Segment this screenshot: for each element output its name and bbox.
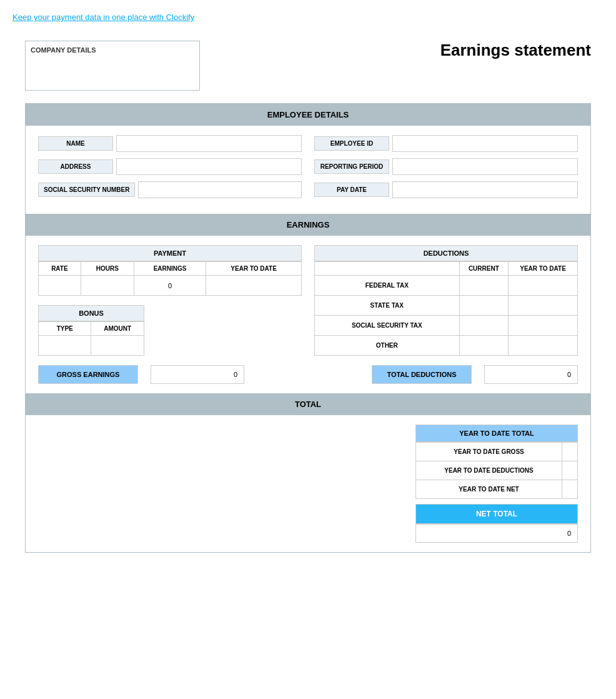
ytd-deductions-label: YEAR TO DATE DEDUCTIONS xyxy=(416,461,562,480)
payment-table: RATE HOURS EARNINGS YEAR TO DATE 0 xyxy=(38,261,302,296)
ssn-field-group: SOCIAL SECURITY NUMBER xyxy=(38,181,302,198)
payment-col-ytd: YEAR TO DATE xyxy=(206,262,302,276)
ss-tax-ytd xyxy=(509,316,578,336)
deductions-table: CURRENT YEAR TO DATE FEDERAL TAX STATE T… xyxy=(314,261,578,356)
other-current xyxy=(459,336,509,356)
address-input[interactable] xyxy=(116,158,302,175)
gross-earnings-label: GROSS EARNINGS xyxy=(38,365,138,384)
payment-ytd-cell xyxy=(206,276,302,296)
name-label: NAME xyxy=(38,136,113,151)
name-field-group: NAME xyxy=(38,135,302,152)
ytd-row-deductions: YEAR TO DATE DEDUCTIONS xyxy=(416,461,578,480)
bonus-col-type: TYPE xyxy=(39,322,91,336)
ytd-row-net: YEAR TO DATE NET xyxy=(416,480,578,499)
pay-date-label: PAY DATE xyxy=(314,183,389,197)
deduction-row-state: STATE TAX xyxy=(315,296,578,316)
payment-hours-cell xyxy=(81,276,134,296)
net-total-value: 0 xyxy=(415,524,578,543)
address-field-group: ADDRESS xyxy=(38,158,302,175)
deduction-row-other: OTHER xyxy=(315,336,578,356)
bonus-row xyxy=(39,336,144,356)
state-tax-current xyxy=(459,296,509,316)
bonus-type-cell xyxy=(39,336,91,356)
ssn-input[interactable] xyxy=(138,181,302,198)
other-label: OTHER xyxy=(315,336,460,356)
address-label: ADDRESS xyxy=(38,159,113,174)
employee-row-2: ADDRESS REPORTING PERIOD xyxy=(38,158,578,175)
ytd-total-header: YEAR TO DATE TOTAL xyxy=(415,425,578,442)
employee-details-section: NAME EMPLOYEE ID ADDRESS REPORTING PERIO… xyxy=(26,126,590,214)
page-title: Earnings statement xyxy=(440,41,591,60)
company-details-label: COMPANY DETAILS xyxy=(31,46,96,54)
federal-tax-label: FEDERAL TAX xyxy=(315,276,460,296)
earnings-inner: PAYMENT RATE HOURS EARNINGS YEAR TO DATE xyxy=(38,245,578,356)
ytd-block: YEAR TO DATE TOTAL YEAR TO DATE GROSS YE… xyxy=(415,425,578,543)
deductions-header: DEDUCTIONS xyxy=(314,245,578,261)
earnings-section: PAYMENT RATE HOURS EARNINGS YEAR TO DATE xyxy=(26,236,590,393)
payment-col-rate: RATE xyxy=(39,262,81,276)
deductions-col-current: CURRENT xyxy=(459,262,509,276)
total-header: TOTAL xyxy=(26,393,590,415)
total-section: YEAR TO DATE TOTAL YEAR TO DATE GROSS YE… xyxy=(26,415,590,552)
net-total-header: NET TOTAL xyxy=(415,504,578,524)
pay-date-input[interactable] xyxy=(392,181,578,198)
gross-earnings-value: 0 xyxy=(151,365,244,384)
federal-tax-current xyxy=(459,276,509,296)
ytd-net-value xyxy=(562,480,578,499)
ytd-table: YEAR TO DATE GROSS YEAR TO DATE DEDUCTIO… xyxy=(415,442,578,499)
state-tax-label: STATE TAX xyxy=(315,296,460,316)
total-deductions-value: 0 xyxy=(484,365,578,384)
ssn-label: SOCIAL SECURITY NUMBER xyxy=(38,183,135,197)
ytd-deductions-value xyxy=(562,461,578,480)
bonus-block: BONUS TYPE AMOUNT xyxy=(38,305,302,356)
totals-row: GROSS EARNINGS 0 TOTAL DEDUCTIONS 0 xyxy=(38,365,578,384)
employee-details-header: EMPLOYEE DETAILS xyxy=(26,104,590,126)
payment-header: PAYMENT xyxy=(38,245,302,261)
deductions-block: DEDUCTIONS CURRENT YEAR TO DATE FEDERAL … xyxy=(314,245,578,356)
clockify-link[interactable]: Keep your payment data in one place with… xyxy=(12,13,604,22)
payment-earnings-cell: 0 xyxy=(134,276,206,296)
ytd-gross-label: YEAR TO DATE GROSS xyxy=(416,443,562,461)
reporting-period-label: REPORTING PERIOD xyxy=(314,159,389,174)
ss-tax-current xyxy=(459,316,509,336)
payment-row: 0 xyxy=(39,276,302,296)
bonus-col-amount: AMOUNT xyxy=(91,322,144,336)
employee-id-input[interactable] xyxy=(392,135,578,152)
deduction-row-federal: FEDERAL TAX xyxy=(315,276,578,296)
bonus-table: TYPE AMOUNT xyxy=(38,321,144,356)
bonus-header: BONUS xyxy=(38,305,144,321)
deduction-row-ss: SOCIAL SECURITY TAX xyxy=(315,316,578,336)
ytd-row-gross: YEAR TO DATE GROSS xyxy=(416,443,578,461)
reporting-period-field-group: REPORTING PERIOD xyxy=(314,158,578,175)
name-input[interactable] xyxy=(116,135,302,152)
state-tax-ytd xyxy=(509,296,578,316)
payment-col-earnings: EARNINGS xyxy=(134,262,206,276)
reporting-period-input[interactable] xyxy=(392,158,578,175)
ytd-gross-value xyxy=(562,443,578,461)
ss-tax-label: SOCIAL SECURITY TAX xyxy=(315,316,460,336)
employee-id-label: EMPLOYEE ID xyxy=(314,136,389,151)
ytd-net-label: YEAR TO DATE NET xyxy=(416,480,562,499)
employee-row-3: SOCIAL SECURITY NUMBER PAY DATE xyxy=(38,181,578,198)
employee-id-field-group: EMPLOYEE ID xyxy=(314,135,578,152)
payment-block: PAYMENT RATE HOURS EARNINGS YEAR TO DATE xyxy=(38,245,302,356)
main-container: EMPLOYEE DETAILS NAME EMPLOYEE ID ADDRES… xyxy=(25,103,591,553)
earnings-header: EARNINGS xyxy=(26,214,590,236)
deductions-col-ytd: YEAR TO DATE xyxy=(509,262,578,276)
company-details-box: COMPANY DETAILS xyxy=(25,41,200,91)
total-deductions-label: TOTAL DEDUCTIONS xyxy=(372,365,472,384)
employee-row-1: NAME EMPLOYEE ID xyxy=(38,135,578,152)
payment-rate-cell xyxy=(39,276,81,296)
payment-col-hours: HOURS xyxy=(81,262,134,276)
deductions-col-label xyxy=(315,262,460,276)
bonus-amount-cell xyxy=(91,336,144,356)
pay-date-field-group: PAY DATE xyxy=(314,181,578,198)
other-ytd xyxy=(509,336,578,356)
federal-tax-ytd xyxy=(509,276,578,296)
